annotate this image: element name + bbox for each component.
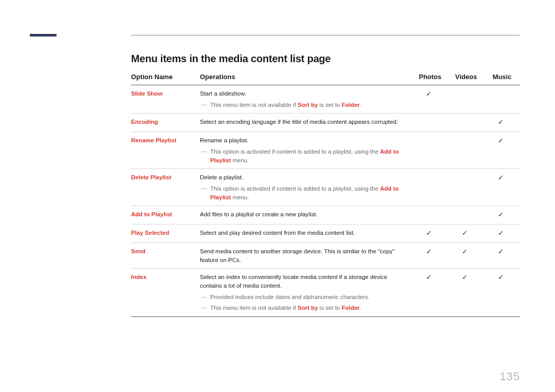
table-row: Slide ShowStart a slideshow.This menu it… [131, 85, 520, 114]
operation-text: Select an index to conveniently locate m… [200, 274, 387, 289]
option-operations: Select an encoding language if the title… [200, 114, 412, 132]
check-cell-videos [448, 85, 484, 114]
note-keyword: Sort by [298, 305, 318, 311]
operation-note: This option is activated if content is a… [200, 184, 409, 201]
operation-text: Select an encoding language if the title… [200, 119, 398, 125]
check-cell-music: ✓ [484, 114, 520, 132]
check-cell-photos [412, 169, 448, 206]
note-keyword: Folder [342, 305, 360, 311]
check-cell-music: ✓ [484, 269, 520, 317]
note-pre: This menu item is not available if [210, 305, 298, 311]
col-header-videos: Videos [448, 73, 484, 85]
note-mid: is set to [318, 305, 342, 311]
note-pre: This option is activated if content is a… [210, 185, 380, 192]
check-cell-music: ✓ [484, 225, 520, 243]
operation-text: Rename a playlist. [200, 137, 249, 143]
operation-text: Add files to a playlist or create a new … [200, 211, 318, 217]
option-name: Rename Playlist [131, 132, 200, 169]
check-cell-photos: ✓ [412, 85, 448, 114]
note-keyword: Sort by [298, 102, 318, 108]
check-icon: ✓ [498, 229, 504, 237]
operation-text: Select and play desired content from the… [200, 230, 355, 236]
option-name: Index [131, 269, 200, 317]
option-operations: Start a slideshow.This menu item is not … [200, 85, 412, 114]
operation-text: Delete a playlist. [200, 174, 243, 180]
check-cell-music: ✓ [484, 132, 520, 169]
menu-items-table-wrap: Option Name Operations Photos Videos Mus… [131, 73, 520, 317]
operation-note: Provided indices include dates and alpha… [200, 293, 409, 302]
check-cell-music: ✓ [484, 169, 520, 206]
option-operations: Delete a playlist.This option is activat… [200, 169, 412, 206]
option-name: Encoding [131, 114, 200, 132]
check-icon: ✓ [498, 118, 504, 126]
option-name: Play Selected [131, 225, 200, 243]
check-icon: ✓ [426, 273, 432, 281]
table-row: Play SelectedSelect and play desired con… [131, 225, 520, 243]
col-header-option: Option Name [131, 73, 200, 85]
check-icon: ✓ [498, 137, 504, 144]
check-icon: ✓ [498, 211, 504, 218]
top-divider [131, 35, 520, 35]
option-name: Slide Show [131, 85, 200, 114]
check-icon: ✓ [462, 248, 468, 255]
check-icon: ✓ [498, 273, 504, 281]
operation-text: Start a slideshow. [200, 90, 246, 97]
option-name: Add to Playlist [131, 206, 200, 225]
check-icon: ✓ [462, 229, 468, 237]
operation-note: This menu item is not available if Sort … [200, 101, 409, 109]
option-operations: Add files to a playlist or create a new … [200, 206, 412, 225]
check-cell-music: ✓ [484, 242, 520, 268]
note-mid: menu. [231, 194, 249, 200]
accent-bar [30, 34, 57, 36]
table-row: Rename PlaylistRename a playlist.This op… [131, 132, 520, 169]
check-cell-photos [412, 114, 448, 132]
note-mid: is set to [318, 102, 342, 108]
option-operations: Select an index to conveniently locate m… [200, 269, 412, 317]
check-cell-videos [448, 132, 484, 169]
table-row: Add to PlaylistAdd files to a playlist o… [131, 206, 520, 225]
check-cell-videos [448, 206, 484, 225]
check-cell-photos: ✓ [412, 269, 448, 317]
check-cell-videos: ✓ [448, 242, 484, 268]
note-pre: Provided indices include dates and alpha… [210, 294, 369, 300]
check-cell-music [484, 85, 520, 114]
note-post: . [360, 102, 361, 108]
note-mid: menu. [231, 157, 249, 163]
note-post: . [360, 305, 361, 311]
page-title: Menu items in the media content list pag… [131, 53, 331, 65]
option-operations: Select and play desired content from the… [200, 225, 412, 243]
check-icon: ✓ [426, 90, 432, 98]
operation-text: Send media content to another storage de… [200, 248, 395, 263]
table-row: SendSend media content to another storag… [131, 242, 520, 268]
check-cell-photos [412, 206, 448, 225]
menu-items-table: Option Name Operations Photos Videos Mus… [131, 73, 520, 317]
option-operations: Rename a playlist.This option is activat… [200, 132, 412, 169]
table-row: Delete PlaylistDelete a playlist.This op… [131, 169, 520, 206]
operation-note: This menu item is not available if Sort … [200, 304, 409, 312]
option-operations: Send media content to another storage de… [200, 242, 412, 268]
check-cell-videos: ✓ [448, 269, 484, 317]
col-header-photos: Photos [412, 73, 448, 85]
operation-note: This option is activated if content is a… [200, 147, 409, 164]
check-icon: ✓ [426, 229, 432, 237]
table-row: EncodingSelect an encoding language if t… [131, 114, 520, 132]
check-icon: ✓ [498, 174, 504, 181]
col-header-music: Music [484, 73, 520, 85]
note-pre: This option is activated if content is a… [210, 148, 380, 155]
note-pre: This menu item is not available if [210, 102, 298, 108]
check-cell-photos: ✓ [412, 225, 448, 243]
check-icon: ✓ [426, 248, 432, 255]
table-header-row: Option Name Operations Photos Videos Mus… [131, 73, 520, 85]
table-row: IndexSelect an index to conveniently loc… [131, 269, 520, 317]
check-icon: ✓ [462, 273, 468, 281]
check-cell-videos [448, 169, 484, 206]
check-icon: ✓ [498, 248, 504, 255]
page-number: 135 [499, 370, 520, 383]
option-name: Send [131, 242, 200, 268]
check-cell-videos [448, 114, 484, 132]
check-cell-videos: ✓ [448, 225, 484, 243]
col-header-operations: Operations [200, 73, 412, 85]
check-cell-photos: ✓ [412, 242, 448, 268]
note-keyword: Folder [342, 102, 360, 108]
option-name: Delete Playlist [131, 169, 200, 206]
